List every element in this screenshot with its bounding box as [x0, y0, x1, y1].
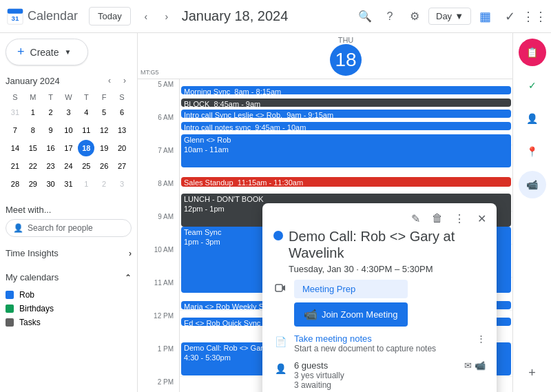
mini-cal-day[interactable]: 5	[96, 104, 112, 121]
create-button[interactable]: + Create ▼	[6, 39, 88, 65]
video-guests-button[interactable]: 📹	[475, 360, 486, 371]
mini-cal-day[interactable]: 29	[25, 176, 41, 192]
maps-button[interactable]: 📍	[519, 138, 546, 165]
add-widget-button[interactable]: +	[519, 359, 546, 386]
join-zoom-button[interactable]: 📹 Join Zoom Meeting	[294, 302, 408, 327]
mini-cal-day[interactable]: 19	[96, 140, 112, 156]
mini-cal-day[interactable]: 1	[25, 104, 41, 121]
zoom-icon: 📹	[304, 308, 318, 321]
mini-cal-day[interactable]: 9	[43, 122, 59, 138]
view-selector[interactable]: Day ▼	[428, 8, 471, 25]
mini-cal-day[interactable]: 3	[61, 104, 77, 121]
day-header: MT:G5 THU 18	[138, 33, 512, 79]
calendar-color-dot	[6, 318, 14, 327]
my-calendars-header[interactable]: My calendars ⌃	[6, 267, 132, 288]
mini-cal-day[interactable]: 31	[7, 104, 23, 121]
mini-cal-day[interactable]: 8	[25, 122, 41, 138]
mini-cal-day[interactable]: 16	[43, 140, 59, 156]
mini-cal-day[interactable]: 22	[25, 158, 41, 174]
plus-icon: +	[17, 45, 25, 59]
mini-cal-day[interactable]: 31	[61, 176, 77, 192]
mini-cal-day[interactable]: 26	[96, 158, 112, 174]
mini-cal-day[interactable]: 1	[78, 176, 94, 192]
time-label: 5 AM	[138, 79, 179, 112]
prev-button[interactable]: ‹	[136, 7, 156, 26]
calendar-item[interactable]: Tasks	[6, 316, 132, 329]
mini-cal-day[interactable]: 11	[78, 122, 94, 138]
calendar-item[interactable]: Rob	[6, 288, 132, 302]
mini-cal-day[interactable]: 27	[114, 158, 130, 174]
take-notes-label[interactable]: Take meeting notes	[294, 333, 436, 344]
mini-cal-prev[interactable]: ‹	[103, 74, 116, 87]
done-button[interactable]: ✓	[499, 6, 521, 28]
calendar-item[interactable]: Birthdays	[6, 302, 132, 316]
mini-cal-day[interactable]: 21	[7, 158, 23, 174]
settings-button[interactable]: ⚙	[404, 6, 426, 28]
main-layout: + Create ▼ January 2024 ‹ › SMTWTFS 3112…	[0, 33, 551, 392]
meeting-prep-button[interactable]: Meeting Prep	[294, 280, 408, 298]
time-label: 7 AM	[138, 145, 179, 178]
mini-cal-day[interactable]: 10	[61, 122, 77, 138]
edit-event-button[interactable]: ✎	[406, 209, 425, 228]
mini-cal-header: January 2024 ‹ ›	[6, 74, 132, 87]
time-label: 9 AM	[138, 212, 179, 245]
next-button[interactable]: ›	[157, 7, 176, 26]
calendar-event[interactable]: Intro call notes sync 9:45am - 10am	[181, 122, 511, 130]
mini-cal-day[interactable]: 12	[96, 122, 112, 138]
popup-title-row: Demo Call: Rob <> Gary at Wavelink	[273, 228, 486, 261]
calendar-color-dot	[6, 305, 14, 313]
mini-cal-day[interactable]: 4	[78, 104, 94, 121]
email-guests-button[interactable]: ✉	[464, 360, 472, 371]
calendar-event[interactable]: Sales Standup 11:15am - 11:30am	[181, 177, 511, 187]
mini-cal-day[interactable]: 15	[25, 140, 41, 156]
time-insights-expand-icon: ›	[129, 249, 132, 258]
mini-cal-next[interactable]: ›	[118, 74, 132, 87]
mini-cal-day[interactable]: 7	[7, 122, 23, 138]
mini-cal-day[interactable]: 18	[78, 140, 94, 156]
popup-header: ✎ 🗑 ⋮ ✕	[262, 203, 497, 228]
create-dropdown-icon: ▼	[65, 48, 72, 56]
search-people[interactable]: 👤 Search for people	[6, 219, 132, 237]
close-popup-button[interactable]: ✕	[472, 209, 491, 228]
event-popup: ✎ 🗑 ⋮ ✕ Demo Call: Rob <> Gary at Waveli…	[262, 203, 497, 392]
day-of-week-header: T	[43, 92, 59, 103]
calendar-event[interactable]: BLOCK 8:45am - 9am	[181, 99, 511, 107]
apps-button[interactable]: ⋮⋮	[523, 6, 545, 28]
contacts-button[interactable]: 👤	[519, 105, 546, 132]
tasks-button[interactable]: ✓	[519, 72, 546, 99]
mini-cal-day[interactable]: 24	[61, 158, 77, 174]
mini-cal-day[interactable]: 2	[96, 176, 112, 192]
today-button[interactable]: Today	[89, 7, 131, 25]
mini-cal-day[interactable]: 23	[43, 158, 59, 174]
mini-cal-day[interactable]: 2	[43, 104, 59, 121]
mini-cal-day[interactable]: 28	[7, 176, 23, 192]
mini-cal-day[interactable]: 13	[114, 122, 130, 138]
calendar-color-dot	[6, 291, 14, 299]
grid-view-button[interactable]: ▦	[474, 6, 496, 28]
mini-cal-day[interactable]: 25	[78, 158, 94, 174]
calendar-list: RobBirthdaysTasks	[6, 288, 132, 329]
calendar-event[interactable]: Glenn <> Rob 10am - 11am	[181, 134, 511, 167]
popup-guests-row: 👤 6 guests 3 yes virtually 3 awaiting ✉ …	[273, 360, 486, 390]
time-label: 10 AM	[138, 245, 179, 278]
time-insights-section[interactable]: Time Insights ›	[6, 243, 132, 264]
help-button[interactable]: ?	[379, 6, 401, 28]
delete-event-button[interactable]: 🗑	[428, 209, 447, 228]
mini-cal-day[interactable]: 20	[114, 140, 130, 156]
meet-button[interactable]: 📹	[519, 171, 546, 198]
mini-cal-day[interactable]: 6	[114, 104, 130, 121]
calendar-event[interactable]: Intro call Sync Leslie <> Rob, 9am - 9:1…	[181, 110, 511, 118]
calendar-body[interactable]: 5 AM6 AM7 AM8 AM9 AM10 AM11 AM12 PM1 PM2…	[138, 79, 512, 392]
notes-more-button[interactable]: ⋮	[477, 333, 486, 344]
my-calendars-section: My calendars ⌃ RobBirthdaysTasks	[6, 267, 132, 329]
more-options-button[interactable]: ⋮	[450, 209, 469, 228]
notifications-button[interactable]: 📋	[519, 39, 546, 66]
mini-cal-day[interactable]: 30	[43, 176, 59, 192]
mini-cal-day[interactable]: 14	[7, 140, 23, 156]
search-button[interactable]: 🔍	[354, 6, 376, 28]
mini-cal-nav: ‹ ›	[103, 74, 132, 87]
mini-cal-day[interactable]: 17	[61, 140, 77, 156]
day-of-week-header: T	[78, 92, 94, 103]
calendar-event[interactable]: Morning Sync 8am - 8:15am	[181, 86, 511, 94]
mini-cal-day[interactable]: 3	[114, 176, 130, 192]
